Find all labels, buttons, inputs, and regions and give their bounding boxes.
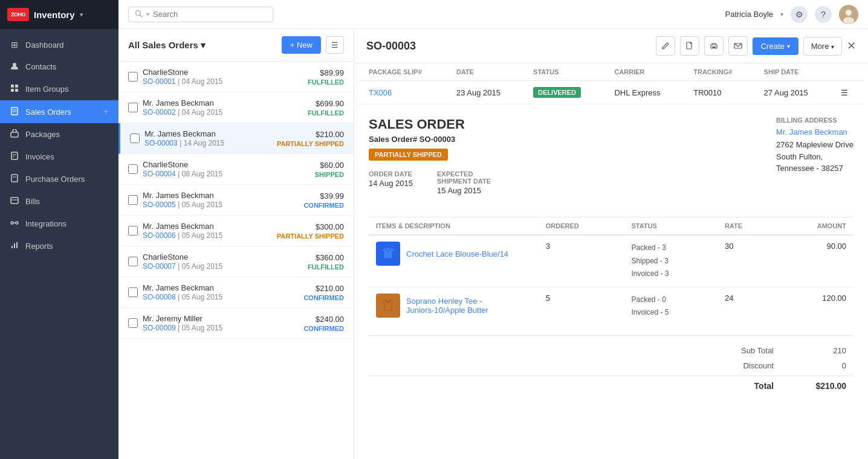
order-item[interactable]: Mr. James Beckman SO-00003 | 14 Aug 2015…	[118, 123, 354, 154]
so-order-date: ORDER DATE 14 Aug 2015	[369, 170, 413, 195]
edit-button[interactable]	[656, 36, 675, 56]
new-order-button[interactable]: + New	[282, 36, 321, 54]
so-order-label: Sales Order#	[369, 135, 417, 144]
order-item[interactable]: Mr. James Beckman SO-00008 | 05 Aug 2015…	[118, 277, 354, 308]
order-amount: $210.00	[277, 130, 344, 139]
order-customer-name: CharlieStone	[143, 160, 310, 169]
order-checkbox[interactable]	[128, 164, 138, 174]
sidebar-item-reports[interactable]: Reports	[0, 235, 118, 257]
search-box[interactable]: ▾	[128, 7, 273, 22]
shipment-row-menu[interactable]: ☰	[831, 81, 863, 104]
item-status: Packed - 0Invoiced - 5	[624, 287, 717, 326]
sidebar-item-label: Contacts	[25, 62, 56, 71]
orders-menu-button[interactable]: ☰	[326, 36, 344, 54]
col-actions	[831, 63, 863, 81]
order-date: | 05 Aug 2015	[178, 231, 222, 240]
svg-point-25	[846, 10, 852, 16]
contacts-icon	[10, 62, 19, 72]
order-info: Mr. James Beckman SO-00002 | 04 Aug 2015	[143, 98, 303, 117]
order-status: SHIPPED	[315, 171, 344, 178]
item-image	[376, 242, 400, 266]
order-checkbox[interactable]	[128, 195, 138, 205]
sidebar-item-packages[interactable]: Packages	[0, 123, 118, 146]
items-col-status: STATUS	[624, 217, 717, 236]
search-dropdown-arrow[interactable]: ▾	[146, 11, 149, 18]
order-date: | 08 Aug 2015	[178, 170, 222, 178]
pkg-link[interactable]: TX006	[369, 88, 392, 97]
more-button-label: More	[811, 42, 829, 51]
sidebar-nav: ⊞ Dashboard Contacts Item Groups Sales O…	[0, 29, 118, 459]
sidebar-item-label: Item Groups	[25, 85, 69, 94]
sidebar-item-integrations[interactable]: Integrations	[0, 213, 118, 235]
order-right: $300.00 PARTIALLY SHIPPED	[277, 222, 344, 240]
svg-rect-4	[15, 89, 18, 92]
svg-rect-20	[14, 243, 15, 248]
order-item[interactable]: Mr. James Beckman SO-00005 | 05 Aug 2015…	[118, 185, 354, 216]
detail-header: SO-00003 Create	[354, 29, 868, 63]
orders-list: CharlieStone SO-00001 | 04 Aug 2015 $89.…	[118, 62, 354, 459]
close-button[interactable]: ✕	[847, 39, 856, 53]
order-amount: $699.90	[308, 99, 344, 108]
user-name: Patricia Boyle	[725, 10, 773, 19]
order-item[interactable]: Mr. James Beckman SO-00002 | 04 Aug 2015…	[118, 92, 354, 123]
email-button[interactable]	[728, 36, 748, 56]
order-status: PARTIALLY SHIPPED	[277, 140, 344, 147]
order-id: SO-00002	[143, 108, 176, 117]
dashboard-icon: ⊞	[10, 40, 19, 50]
order-checkbox[interactable]	[128, 318, 138, 328]
item-name[interactable]: Crochet Lace Blouse-Blue/14	[406, 249, 508, 258]
sidebar-item-item-groups[interactable]: Item Groups	[0, 78, 118, 100]
search-input[interactable]	[153, 10, 267, 19]
sidebar-item-invoices[interactable]: Invoices	[0, 146, 118, 168]
settings-icon[interactable]: ⚙	[791, 6, 808, 23]
create-button[interactable]: Create ▾	[753, 37, 798, 55]
item-ordered: 5	[539, 287, 624, 326]
so-expected-label: EXPECTEDSHIPMENT DATE	[437, 170, 491, 185]
subtotal-label: Sub Total	[713, 346, 774, 355]
detail-so-number: SO-00003	[366, 40, 416, 53]
order-right: $240.00 CONFIRMED	[303, 315, 344, 332]
order-checkbox[interactable]	[128, 287, 138, 297]
svg-point-17	[16, 222, 18, 224]
order-checkbox[interactable]	[130, 133, 140, 143]
add-sales-order-icon[interactable]: +	[103, 106, 109, 117]
order-checkbox[interactable]	[128, 257, 138, 266]
order-item[interactable]: Mr. James Beckman SO-00006 | 05 Aug 2015…	[118, 216, 354, 246]
so-left: SALES ORDER Sales Order# SO-00003 PARTIA…	[369, 117, 491, 207]
order-item[interactable]: CharlieStone SO-00004 | 08 Aug 2015 $60.…	[118, 154, 354, 185]
more-button[interactable]: More ▾	[803, 37, 842, 56]
sidebar-item-contacts[interactable]: Contacts	[0, 56, 118, 78]
sidebar-item-dashboard[interactable]: ⊞ Dashboard	[0, 34, 118, 56]
item-amount: 90.00	[775, 235, 853, 287]
status-badge-delivered: DELIVERED	[533, 87, 581, 98]
help-icon[interactable]: ?	[815, 6, 832, 23]
order-id: SO-00007	[143, 262, 176, 271]
item-name[interactable]: Soprano Henley Tee -Juniors-10/Apple But…	[406, 297, 488, 315]
order-right: $39.99 CONFIRMED	[303, 191, 344, 209]
order-item[interactable]: Mr. Jeremy Miller SO-00009 | 05 Aug 2015…	[118, 308, 354, 339]
avatar	[839, 5, 858, 24]
shipment-ship-date: 27 Aug 2015	[754, 81, 831, 104]
order-right: $210.00 CONFIRMED	[303, 284, 344, 301]
order-date: | 05 Aug 2015	[178, 324, 222, 332]
sidebar-item-bills[interactable]: Bills	[0, 190, 118, 213]
order-id: SO-00006	[143, 231, 176, 240]
order-right: $60.00 SHIPPED	[315, 161, 344, 178]
order-item[interactable]: CharlieStone SO-00001 | 04 Aug 2015 $89.…	[118, 62, 354, 92]
orders-title-arrow[interactable]: ▾	[201, 40, 206, 51]
pdf-button[interactable]	[680, 36, 699, 56]
sidebar-item-purchase-orders[interactable]: Purchase Orders	[0, 168, 118, 190]
billing-customer-name: Mr. James Beckman	[776, 127, 853, 136]
totals-total-row: Total $210.00	[369, 376, 853, 394]
order-status: PARTIALLY SHIPPED	[277, 233, 344, 240]
order-checkbox[interactable]	[128, 103, 138, 112]
svg-point-16	[11, 222, 13, 224]
sidebar-item-sales-orders[interactable]: Sales Orders +	[0, 100, 118, 123]
orders-header: All Sales Orders ▾ + New ☰	[118, 29, 354, 62]
item-desc-cell: Crochet Lace Blouse-Blue/14	[369, 235, 539, 287]
print-button[interactable]	[704, 36, 724, 56]
order-checkbox[interactable]	[128, 226, 138, 236]
order-checkbox[interactable]	[128, 72, 138, 82]
shipment-row: TX006 23 Aug 2015 DELIVERED DHL Express …	[359, 81, 863, 104]
order-item[interactable]: CharlieStone SO-00007 | 05 Aug 2015 $360…	[118, 246, 354, 277]
